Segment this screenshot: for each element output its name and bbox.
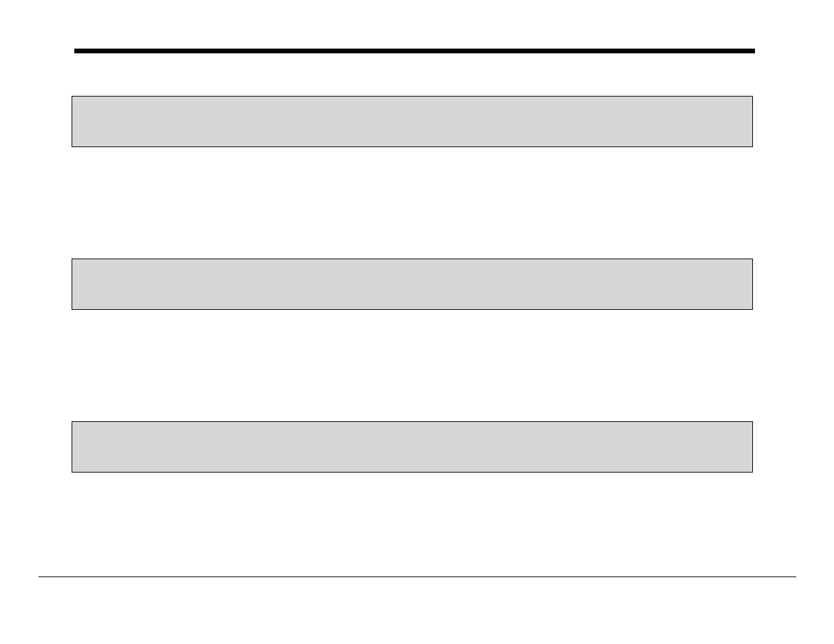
section-block-3 — [72, 421, 753, 473]
bottom-horizontal-rule — [38, 576, 796, 577]
section-block-2 — [72, 259, 753, 310]
section-block-1 — [72, 96, 753, 147]
document-page — [0, 0, 834, 644]
top-horizontal-rule — [74, 49, 755, 53]
